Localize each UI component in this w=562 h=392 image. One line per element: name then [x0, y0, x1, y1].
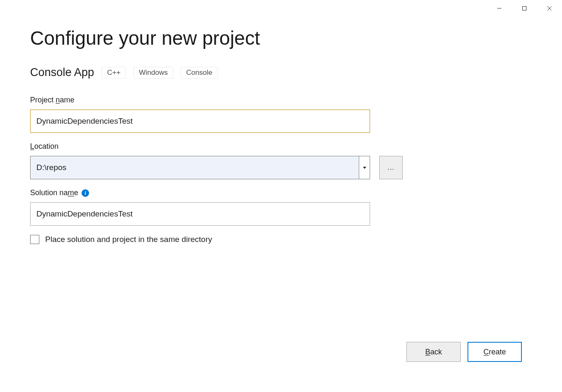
project-name-label: Project name: [30, 96, 532, 104]
window-titlebar: [487, 0, 562, 17]
maximize-icon: [522, 6, 527, 11]
create-button[interactable]: Create: [467, 342, 522, 362]
close-icon: [547, 6, 552, 11]
location-combobox[interactable]: D:\repos: [30, 156, 370, 179]
minimize-button[interactable]: [487, 0, 512, 17]
template-name: Console App: [30, 66, 94, 79]
solution-name-input[interactable]: [30, 202, 370, 226]
page-title: Configure your new project: [30, 27, 532, 49]
dialog-footer: Back Create: [406, 342, 522, 362]
minimize-icon: [497, 6, 502, 11]
location-value: D:\repos: [31, 156, 359, 179]
location-label: Location: [30, 142, 532, 151]
solution-name-field: Solution name i: [30, 188, 532, 226]
chevron-down-icon: [363, 167, 366, 169]
info-icon[interactable]: i: [82, 189, 89, 197]
tag-windows: Windows: [133, 67, 173, 79]
template-subheader: Console App C++ Windows Console: [30, 66, 532, 79]
tag-cpp: C++: [102, 67, 126, 79]
tag-console: Console: [181, 67, 217, 79]
dialog-content: Configure your new project Console App C…: [0, 0, 562, 244]
svg-marker-4: [363, 167, 366, 169]
maximize-button[interactable]: [512, 0, 537, 17]
location-field: Location D:\repos ...: [30, 142, 532, 179]
same-directory-label: Place solution and project in the same d…: [45, 235, 212, 244]
same-directory-checkbox[interactable]: [30, 235, 39, 244]
project-name-input[interactable]: [30, 109, 370, 133]
back-button[interactable]: Back: [406, 342, 461, 362]
solution-name-label: Solution name i: [30, 188, 532, 197]
location-dropdown-arrow[interactable]: [359, 156, 370, 179]
close-button[interactable]: [537, 0, 562, 17]
browse-button[interactable]: ...: [379, 156, 403, 179]
project-name-field: Project name: [30, 96, 532, 133]
svg-rect-1: [523, 7, 526, 10]
same-directory-row: Place solution and project in the same d…: [30, 235, 532, 244]
